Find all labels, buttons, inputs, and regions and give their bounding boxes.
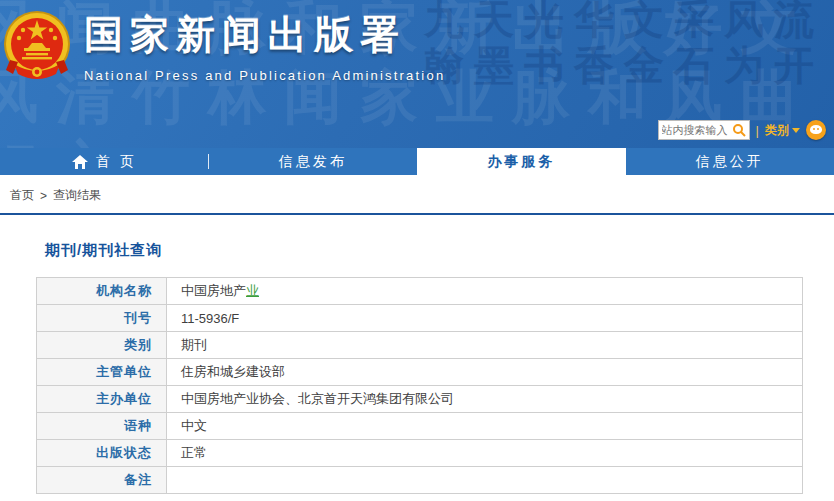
table-row: 主办单位中国房地产业协会、北京首开天鸿集团有限公司	[37, 386, 803, 413]
row-value: 中文	[167, 413, 803, 440]
table-row: 出版状态正常	[37, 440, 803, 467]
table-row: 机构名称中国房地产业	[37, 278, 803, 305]
table-row: 语种中文	[37, 413, 803, 440]
content-area: 首页 > 查询结果 期刊/期刊社查询 机构名称中国房地产业刊号11-5936/F…	[0, 175, 834, 494]
table-row: 刊号11-5936/F	[37, 305, 803, 332]
search-divider: |	[756, 123, 759, 138]
nav-item-services[interactable]: 办事服务	[417, 148, 626, 175]
nav-item-label: 信息公开	[696, 153, 764, 171]
nav-item-label: 信息发布	[279, 153, 347, 171]
breadcrumb-separator: >	[40, 189, 47, 203]
site-subtitle: National Press and Publication Administr…	[84, 68, 445, 83]
table-row: 类别期刊	[37, 332, 803, 359]
row-value: 期刊	[167, 332, 803, 359]
row-value	[167, 467, 803, 494]
row-label: 备注	[37, 467, 167, 494]
row-value: 正常	[167, 440, 803, 467]
nav-item-news[interactable]: 信息发布	[209, 148, 418, 175]
row-label: 主管单位	[37, 359, 167, 386]
site-search-box	[658, 120, 750, 140]
site-title: 国家新闻出版署	[84, 8, 445, 62]
highlighted-keyword[interactable]: 业	[246, 283, 259, 298]
nav-item-label: 办事服务	[487, 153, 555, 171]
main-nav: 首 页 信息发布 办事服务 信息公开	[0, 148, 834, 175]
row-label: 语种	[37, 413, 167, 440]
value-text: 中国房地产	[181, 283, 246, 298]
query-table-body: 机构名称中国房地产业刊号11-5936/F类别期刊主管单位住房和城乡建设部主办单…	[37, 278, 803, 494]
row-label: 刊号	[37, 305, 167, 332]
site-brand: 国家新闻出版署 National Press and Publication A…	[84, 8, 445, 83]
table-row: 主管单位住房和城乡建设部	[37, 359, 803, 386]
nav-item-disclosure[interactable]: 信息公开	[626, 148, 834, 175]
home-icon	[72, 155, 88, 169]
nav-item-label: 首 页	[96, 153, 137, 171]
breadcrumb: 首页 > 查询结果	[0, 175, 834, 213]
query-result-table: 机构名称中国房地产业刊号11-5936/F类别期刊主管单位住房和城乡建设部主办单…	[36, 277, 803, 494]
nav-item-home[interactable]: 首 页	[0, 148, 209, 175]
row-value: 11-5936/F	[167, 305, 803, 332]
row-label: 机构名称	[37, 278, 167, 305]
page-title: 期刊/期刊社查询	[45, 241, 834, 260]
breadcrumb-divider	[0, 213, 834, 215]
breadcrumb-current: 查询结果	[53, 187, 101, 204]
search-input[interactable]	[662, 124, 732, 136]
search-icon[interactable]	[732, 123, 746, 137]
category-dropdown[interactable]: 类别	[765, 122, 800, 139]
breadcrumb-home-link[interactable]: 首页	[10, 187, 34, 204]
site-banner: 风闻曲脉和家新出版好文风清竹林闻家业脉和风曲好文 九天光华文采风流翰墨书香金石为…	[0, 0, 834, 148]
row-label: 主办单位	[37, 386, 167, 413]
wechat-icon[interactable]	[806, 120, 826, 140]
row-label: 类别	[37, 332, 167, 359]
category-label: 类别	[765, 122, 789, 139]
table-row: 备注	[37, 467, 803, 494]
row-label: 出版状态	[37, 440, 167, 467]
row-value: 中国房地产业协会、北京首开天鸿集团有限公司	[167, 386, 803, 413]
row-value: 住房和城乡建设部	[167, 359, 803, 386]
banner-search-row: | 类别	[658, 120, 826, 140]
national-emblem-logo	[2, 6, 74, 88]
banner-watermark-dark: 九天光华文采风流翰墨书香金石为开	[424, 0, 834, 88]
chevron-down-icon	[792, 128, 800, 133]
row-value: 中国房地产业	[167, 278, 803, 305]
